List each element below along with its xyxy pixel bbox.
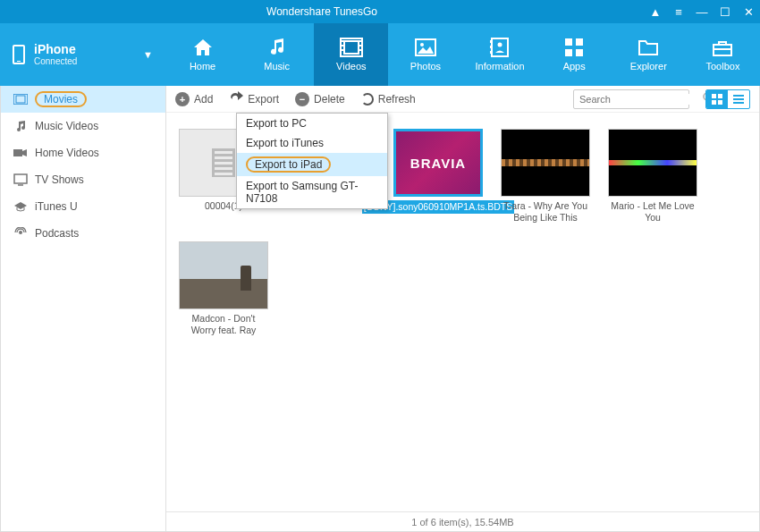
list-view-button[interactable] <box>728 90 749 108</box>
video-thumbnail <box>179 241 268 309</box>
grid-view-button[interactable] <box>706 90 728 108</box>
svg-rect-29 <box>712 94 716 98</box>
tab-music[interactable]: Music <box>240 23 314 86</box>
delete-label: Delete <box>314 93 345 106</box>
view-toggle <box>705 89 750 109</box>
music-video-icon <box>13 120 28 132</box>
add-button[interactable]: +Add <box>175 92 213 106</box>
menu-item-label: Export to iPad <box>246 156 331 173</box>
svg-rect-23 <box>13 149 22 156</box>
svg-rect-34 <box>733 98 744 100</box>
device-selector[interactable]: iPhone Connected ▼ <box>0 23 165 86</box>
tab-toolbox[interactable]: Toolbox <box>686 23 760 86</box>
phone-icon <box>13 45 25 64</box>
sidebar-item-home-videos[interactable]: Home Videos <box>1 139 165 166</box>
information-icon <box>488 38 511 57</box>
tab-explorer[interactable]: Explorer <box>612 23 686 86</box>
minus-icon: − <box>295 92 309 106</box>
app-title: Wondershare TunesGo <box>0 5 644 18</box>
svg-rect-24 <box>14 174 27 183</box>
sidebar-item-label: Podcasts <box>35 227 79 240</box>
video-thumbnail <box>608 129 697 197</box>
sidebar-item-music-videos[interactable]: Music Videos <box>1 113 165 139</box>
device-name: iPhone <box>34 43 77 56</box>
svg-rect-17 <box>565 49 572 56</box>
svg-rect-22 <box>16 96 25 103</box>
video-caption: Mario - Let Me Love You <box>608 200 697 224</box>
svg-rect-2 <box>342 40 343 42</box>
svg-rect-7 <box>359 49 361 51</box>
refresh-button[interactable]: Refresh <box>361 93 416 106</box>
svg-point-26 <box>19 231 22 234</box>
camcorder-icon <box>13 147 28 159</box>
tab-label: Videos <box>336 61 366 72</box>
export-label: Export <box>248 93 279 106</box>
svg-rect-33 <box>733 95 744 97</box>
minimize-button[interactable]: — <box>690 5 714 19</box>
maximize-button[interactable]: ☐ <box>714 5 737 19</box>
titlebar: Wondershare TunesGo ▲ ≡ — ☐ ✕ <box>0 0 760 23</box>
search-input[interactable] <box>579 94 703 105</box>
export-button[interactable]: Export <box>229 91 279 106</box>
video-thumbnail: BRAVIA <box>393 129 483 197</box>
export-dropdown: Export to PC Export to iTunes Export to … <box>236 113 388 209</box>
svg-rect-11 <box>490 40 493 43</box>
menu-item-label: Export to iTunes <box>246 137 324 149</box>
sidebar-item-podcasts[interactable]: Podcasts <box>1 220 165 247</box>
user-icon[interactable]: ▲ <box>644 5 667 19</box>
export-menu-item[interactable]: Export to Samsung GT-N7108 <box>237 176 387 208</box>
tab-label: Toolbox <box>705 61 739 72</box>
topnav: iPhone Connected ▼ Home Music Videos Pho… <box>0 23 760 86</box>
graduation-icon <box>13 200 28 213</box>
chevron-down-icon: ▼ <box>143 49 153 60</box>
video-item[interactable]: Madcon - Don't Worry feat. Ray Dalton (O… <box>179 241 268 338</box>
menu-icon[interactable]: ≡ <box>667 5 690 19</box>
tab-apps[interactable]: Apps <box>537 23 612 86</box>
status-text: 1 of 6 item(s), 15.54MB <box>411 517 513 528</box>
tab-label: Explorer <box>630 61 667 72</box>
svg-rect-16 <box>576 38 583 46</box>
export-icon <box>229 91 243 106</box>
tab-label: Information <box>476 61 525 72</box>
tab-information[interactable]: Information <box>463 23 537 86</box>
sidebar: Movies Music Videos Home Videos TV Shows… <box>1 86 166 531</box>
plus-icon: + <box>175 92 190 106</box>
tab-home[interactable]: Home <box>165 23 240 86</box>
sidebar-item-tv-shows[interactable]: TV Shows <box>1 166 165 193</box>
svg-rect-5 <box>359 40 361 42</box>
svg-rect-3 <box>342 45 343 46</box>
export-menu-item[interactable]: Export to iPad <box>237 153 387 176</box>
tab-label: Apps <box>563 61 586 72</box>
video-item[interactable]: Mario - Let Me Love You <box>608 129 697 224</box>
sidebar-item-label: Movies <box>35 91 87 107</box>
device-status: Connected <box>34 56 77 66</box>
svg-rect-15 <box>565 38 572 46</box>
video-caption: Madcon - Don't Worry feat. Ray Dalton (O… <box>179 313 268 338</box>
refresh-label: Refresh <box>378 93 416 106</box>
export-menu-item[interactable]: Export to iTunes <box>237 133 387 153</box>
close-button[interactable]: ✕ <box>737 5 760 19</box>
tab-label: Photos <box>410 61 441 72</box>
statusbar: 1 of 6 item(s), 15.54MB <box>166 511 759 531</box>
delete-button[interactable]: −Delete <box>295 92 345 106</box>
svg-rect-30 <box>718 94 722 98</box>
video-caption: T-ara - Why Are You Being Like This <box>501 200 590 224</box>
tab-label: Home <box>190 61 215 72</box>
svg-rect-18 <box>576 49 583 56</box>
video-item[interactable]: T-ara - Why Are You Being Like This <box>501 129 590 224</box>
menu-item-label: Export to Samsung GT-N7108 <box>246 180 358 205</box>
sidebar-item-itunes-u[interactable]: iTunes U <box>1 193 165 220</box>
export-menu-item[interactable]: Export to PC <box>237 114 387 133</box>
sidebar-item-movies[interactable]: Movies <box>1 86 165 113</box>
svg-point-9 <box>420 43 424 46</box>
photos-icon <box>414 38 437 57</box>
svg-rect-6 <box>359 45 361 46</box>
sidebar-item-label: iTunes U <box>35 200 78 213</box>
tab-videos[interactable]: Videos <box>314 23 388 86</box>
tab-photos[interactable]: Photos <box>388 23 462 86</box>
search-box[interactable] <box>573 89 689 109</box>
svg-rect-10 <box>492 38 508 56</box>
video-item[interactable]: BRAVIA[SONY].sony060910MP1A.ts.BDTS <box>393 129 483 224</box>
toolbox-icon <box>711 38 734 57</box>
svg-rect-4 <box>342 49 343 51</box>
